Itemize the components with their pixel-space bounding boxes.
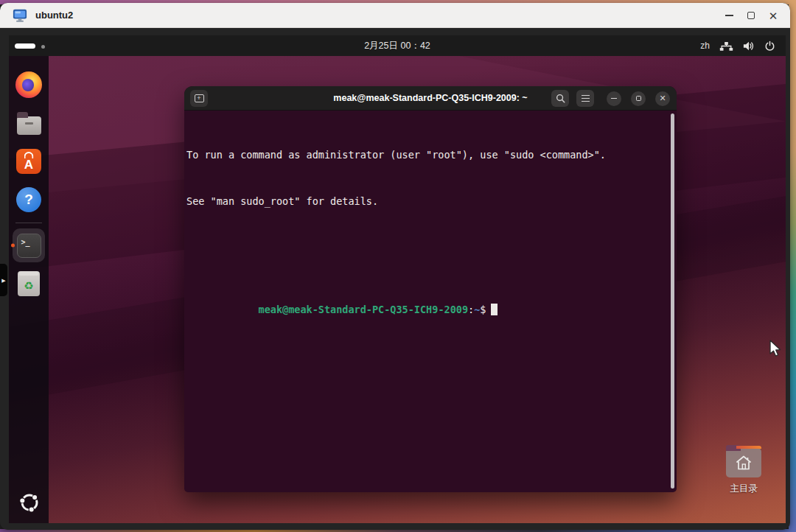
prompt-user-host: meak@meak-Standard-PC-Q35-ICH9-2009 [259,304,468,315]
help-icon: ? [16,187,41,212]
terminal-search-button[interactable] [551,90,569,107]
terminal-maximize-button[interactable] [631,91,646,106]
terminal-header-actions: ✕ [551,86,670,111]
terminal-window[interactable]: meak@meak-Standard-PC-Q35-ICH9-2009: ~ [184,86,677,492]
guest-screen: 2月25日 00：42 zh [9,35,786,523]
firefox-icon [15,71,42,98]
vm-minimize-button[interactable] [718,5,740,26]
vm-window-title: ubuntu2 [35,10,73,21]
terminal-minimize-button[interactable] [607,91,621,106]
terminal-line: See "man sudo_root" for details. [186,194,675,209]
terminal-prompt-line: meak@meak-Standard-PC-Q35-ICH9-2009:~$ [186,287,675,302]
network-wired-icon[interactable] [719,41,733,52]
dock-item-firefox[interactable] [9,66,49,104]
dock-item-ubuntu-software[interactable]: A [9,142,49,181]
system-tray[interactable]: zh [700,35,775,56]
vm-window-controls: ✕ [718,3,784,28]
dock-item-help[interactable]: ? [9,181,49,219]
prompt-separator: : [468,304,474,315]
terminal-running-dot [11,244,15,248]
hamburger-menu-icon [582,95,590,102]
vm-close-button[interactable]: ✕ [762,5,784,26]
prompt-symbol: $ [480,304,486,315]
volume-icon[interactable] [743,41,755,52]
screen: ubuntu2 ✕ 2月25日 00：42 zh [0,0,796,532]
vm-monitor-icon [12,8,28,23]
trash-icon: ♻ [18,271,40,296]
dock-item-files[interactable] [9,104,49,142]
gnome-top-bar: 2月25日 00：42 zh [9,35,786,56]
dock: A ? >_ ♻ [9,56,49,523]
desktop-home-shortcut[interactable]: 主目录 [717,448,770,495]
power-icon[interactable] [764,41,775,52]
home-folder-icon [726,448,761,477]
vm-titlebar[interactable]: ubuntu2 ✕ [0,3,790,28]
vm-maximize-button[interactable] [740,5,762,26]
dock-item-trash[interactable]: ♻ [9,265,49,303]
side-panel-toggle[interactable]: ▶ [0,264,7,296]
ubuntu-software-icon: A [16,149,41,174]
terminal-close-button[interactable]: ✕ [655,91,670,106]
terminal-cursor [491,304,498,315]
terminal-header-bar[interactable]: meak@meak-Standard-PC-Q35-ICH9-2009: ~ [184,86,677,111]
search-icon [556,94,565,103]
clock-label[interactable]: 2月25日 00：42 [9,40,786,52]
vm-viewer-window: ubuntu2 ✕ 2月25日 00：42 zh [0,3,790,530]
terminal-icon: >_ [17,234,41,258]
mouse-cursor [769,340,783,359]
home-shortcut-label: 主目录 [730,483,758,495]
terminal-menu-button[interactable] [576,90,594,107]
terminal-blank-line [186,240,675,256]
terminal-scrollbar[interactable] [671,113,674,489]
ubuntu-logo-icon [18,491,41,514]
input-method-indicator[interactable]: zh [700,41,710,51]
files-folder-icon [17,116,41,135]
terminal-output[interactable]: To run a command as administrator (user … [184,111,677,492]
dock-separator [15,223,42,223]
dock-item-terminal[interactable]: >_ [9,226,49,265]
terminal-line: To run a command as administrator (user … [186,147,675,163]
